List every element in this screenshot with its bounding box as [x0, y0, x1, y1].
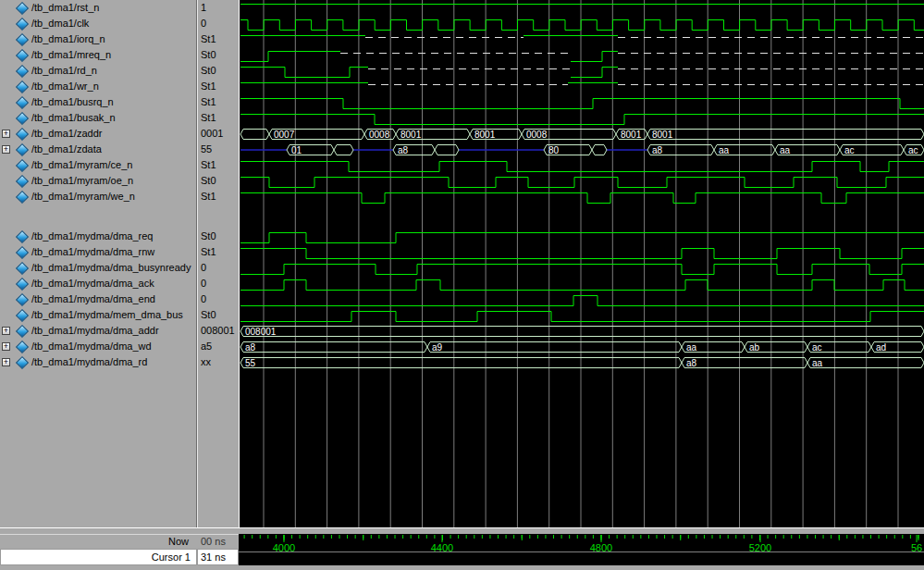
signal-value-zdata: 55	[201, 142, 212, 157]
signal-diamond-icon	[16, 246, 29, 259]
signal-row-zdata[interactable]: +/tb_dma1/zdata	[0, 142, 196, 157]
signal-name-label[interactable]: /tb_dma1/myram/we_n	[31, 189, 135, 204]
signal-name-label[interactable]: /tb_dma1/mreq_n	[31, 47, 111, 63]
signal-value-dma_wd: a5	[201, 339, 212, 354]
now-value: 00 ns	[201, 536, 226, 547]
signal-diamond-icon	[16, 278, 29, 291]
signal-name-label[interactable]: /tb_dma1/mydma/dma_rd	[31, 354, 147, 370]
signal-row-dma_busynready[interactable]: /tb_dma1/mydma/dma_busynready	[0, 260, 196, 276]
signal-name-label[interactable]: /tb_dma1/busak_n	[31, 110, 116, 126]
signal-name-label[interactable]: /tb_dma1/mydma/dma_wd	[31, 339, 152, 354]
signal-diamond-icon	[16, 2, 29, 15]
signal-diamond-icon	[16, 18, 29, 31]
signal-value-busrq_n: St1	[201, 94, 216, 110]
panel-splitter-light	[197, 0, 198, 570]
signal-name-label[interactable]: /tb_dma1/mydma/dma_end	[31, 291, 155, 307]
ruler-separator	[239, 551, 924, 552]
signal-value-dma_rnw: St1	[201, 244, 216, 260]
expand-plus-icon[interactable]: +	[2, 130, 10, 138]
signal-value-dma_busynready: 0	[201, 260, 206, 276]
signal-name-label[interactable]: /tb_dma1/myram/ce_n	[31, 157, 132, 173]
signal-row-dma_end[interactable]: /tb_dma1/mydma/dma_end	[0, 291, 196, 307]
signal-value-dma_end: 0	[201, 291, 206, 307]
signal-row-dma_req[interactable]: /tb_dma1/mydma/dma_req	[0, 229, 196, 244]
signal-name-label[interactable]: /tb_dma1/myram/oe_n	[31, 173, 133, 189]
signal-value-clk: 0	[201, 16, 206, 31]
expand-plus-icon[interactable]: +	[2, 327, 10, 335]
signal-name-label[interactable]: /tb_dma1/rst_n	[31, 0, 99, 16]
signal-value-dma_rd: xx	[201, 354, 211, 370]
signal-row-dma_wd[interactable]: +/tb_dma1/mydma/dma_wd	[0, 339, 196, 354]
time-ruler[interactable]	[239, 534, 924, 565]
signal-diamond-icon	[16, 293, 29, 306]
signal-value-ce_n: St1	[201, 157, 216, 173]
signal-row-busak_n[interactable]: /tb_dma1/busak_n	[0, 110, 196, 126]
signal-diamond-icon	[16, 230, 29, 243]
signal-value-dma_ack: 0	[201, 276, 206, 291]
cursor1-value[interactable]: 31 ns	[197, 549, 239, 565]
signal-name-label[interactable]: /tb_dma1/clk	[31, 16, 89, 31]
signal-name-label[interactable]: /tb_dma1/mydma/dma_busynready	[31, 260, 191, 276]
signal-diamond-icon	[16, 33, 29, 46]
signal-value-oe_n: St0	[201, 173, 216, 189]
signal-diamond-icon	[16, 49, 29, 62]
signal-row-rst_n[interactable]: /tb_dma1/rst_n	[0, 0, 196, 16]
signal-value-we_n: St1	[201, 189, 216, 204]
bottom-strip	[0, 565, 924, 570]
signal-value-rd_n: St0	[201, 63, 216, 79]
expand-plus-icon[interactable]: +	[2, 145, 10, 154]
signal-diamond-icon	[16, 143, 29, 156]
cursor-row: Cursor 1 31 ns	[0, 549, 239, 565]
signal-row-rd_n[interactable]: /tb_dma1/rd_n	[0, 63, 196, 79]
signal-diamond-icon	[16, 325, 29, 338]
signal-name-label[interactable]: /tb_dma1/busrq_n	[31, 94, 114, 110]
signal-name-label[interactable]: /tb_dma1/mydma/dma_addr	[31, 323, 159, 339]
signal-name-label[interactable]: /tb_dma1/mydma/dma_ack	[31, 276, 154, 291]
horizontal-splitter[interactable]	[0, 527, 924, 534]
signal-row-mem_dma_bus[interactable]: /tb_dma1/mydma/mem_dma_bus	[0, 307, 196, 323]
signal-row-mreq_n[interactable]: /tb_dma1/mreq_n	[0, 47, 196, 63]
signal-row-dma_rd[interactable]: +/tb_dma1/mydma/dma_rd	[0, 354, 196, 370]
expand-plus-icon[interactable]: +	[2, 358, 10, 366]
signal-value-wr_n: St1	[201, 79, 216, 94]
wave-window: /tb_dma1/rst_n/tb_dma1/clk/tb_dma1/iorq_…	[0, 0, 924, 570]
signal-diamond-icon	[16, 159, 29, 172]
signal-diamond-icon	[16, 112, 29, 125]
signal-diamond-icon	[16, 262, 29, 275]
signal-name-label[interactable]: /tb_dma1/wr_n	[31, 79, 99, 94]
signal-row-iorq_n[interactable]: /tb_dma1/iorq_n	[0, 31, 196, 47]
signal-row-zaddr[interactable]: +/tb_dma1/zaddr	[0, 126, 196, 142]
signal-name-label[interactable]: /tb_dma1/mydma/dma_req	[31, 229, 153, 244]
signal-diamond-icon	[16, 81, 29, 93]
signal-name-label[interactable]: /tb_dma1/zaddr	[31, 126, 102, 142]
signal-row-dma_addr[interactable]: +/tb_dma1/mydma/dma_addr	[0, 323, 196, 339]
signal-name-label[interactable]: /tb_dma1/mydma/dma_rnw	[31, 244, 154, 260]
expand-plus-icon[interactable]: +	[2, 342, 10, 351]
signal-row-clk[interactable]: /tb_dma1/clk	[0, 16, 196, 31]
now-row: Now 00 ns	[0, 534, 239, 549]
signal-name-label[interactable]: /tb_dma1/mydma/mem_dma_bus	[31, 307, 183, 323]
signal-diamond-icon	[16, 309, 29, 322]
signal-diamond-icon	[16, 175, 29, 188]
signal-row-wr_n[interactable]: /tb_dma1/wr_n	[0, 79, 196, 94]
signal-value-dma_req: St0	[201, 229, 216, 244]
signal-row-ce_n[interactable]: /tb_dma1/myram/ce_n	[0, 157, 196, 173]
signal-row-we_n[interactable]: /tb_dma1/myram/we_n	[0, 189, 196, 204]
wave-panel-border	[239, 0, 240, 527]
signal-row-dma_rnw[interactable]: /tb_dma1/mydma/dma_rnw	[0, 244, 196, 260]
signal-diamond-icon	[16, 341, 29, 353]
signal-diamond-icon	[16, 356, 29, 369]
signal-name-label[interactable]: /tb_dma1/rd_n	[31, 63, 97, 79]
now-label: Now	[50, 536, 189, 547]
signal-row-dma_ack[interactable]: /tb_dma1/mydma/dma_ack	[0, 276, 196, 291]
signal-names-panel[interactable]: /tb_dma1/rst_n/tb_dma1/clk/tb_dma1/iorq_…	[0, 0, 196, 527]
signal-name-label[interactable]: /tb_dma1/zdata	[31, 142, 102, 157]
waveform-canvas[interactable]	[239, 0, 924, 527]
signal-name-label[interactable]: /tb_dma1/iorq_n	[31, 31, 105, 47]
signal-value-mem_dma_bus: St0	[201, 307, 216, 323]
cursor1-label[interactable]: Cursor 1	[0, 549, 197, 565]
signal-row-oe_n[interactable]: /tb_dma1/myram/oe_n	[0, 173, 196, 189]
signal-row-busrq_n[interactable]: /tb_dma1/busrq_n	[0, 94, 196, 110]
signal-diamond-icon	[16, 191, 29, 204]
signal-values-panel[interactable]: 10St1St0St0St1St1St1000155St1St0St1St0St…	[198, 0, 239, 527]
